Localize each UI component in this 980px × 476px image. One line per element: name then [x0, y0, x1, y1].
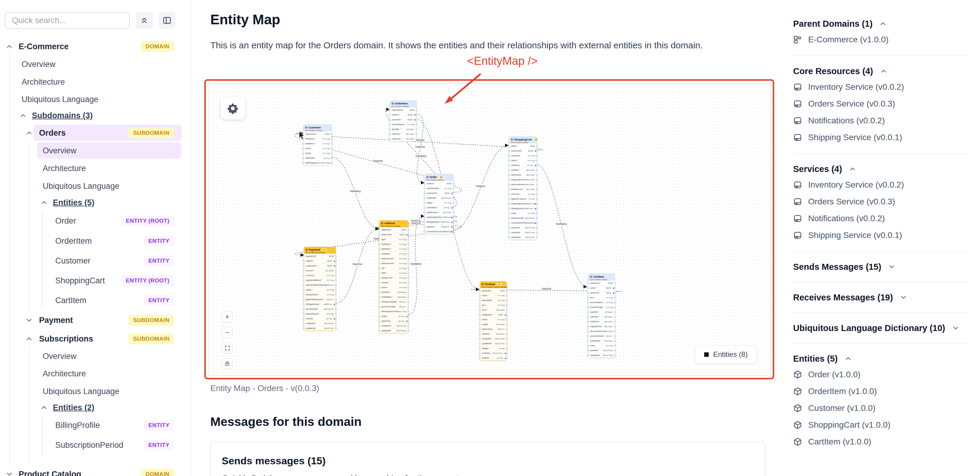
port-icon — [506, 343, 508, 344]
sidebar-item-overview[interactable]: Overview — [0, 57, 191, 71]
cube-icon — [305, 126, 307, 129]
entity-field-lastname: lastName *string — [379, 246, 408, 251]
entity-node-shoppingcart[interactable]: ShoppingCartARfrom Orders domaincartId *… — [509, 136, 537, 240]
lock-button[interactable] — [222, 359, 232, 369]
chevron-down-icon[interactable] — [5, 470, 13, 476]
chevron-up-icon[interactable] — [844, 355, 852, 363]
sidebar-item-shoppingcart[interactable]: ShoppingCartENTITY (ROOT) — [0, 273, 191, 288]
entity-field-customerid: customerIdUUID — [509, 148, 536, 153]
sidebar-item-ubiquitous-language[interactable]: Ubiquitous Language — [0, 179, 191, 193]
foreign-key-icon — [451, 222, 453, 223]
type-badge: ENTITY — [143, 295, 174, 306]
collapse-all-button[interactable] — [136, 12, 153, 29]
section-header-ubiquitous-language-dictionary-10[interactable]: Ubiquitous Language Dictionary (10) — [793, 321, 968, 336]
panel-item-customer-v1-0-0[interactable]: Customer (v1.0.0) — [793, 400, 968, 417]
panel-item-cartitem-v1-0-0[interactable]: CartItem (v1.0.0) — [793, 433, 968, 450]
chevron-down-icon[interactable] — [888, 263, 896, 271]
sidebar-item-subdomains-3[interactable]: Subdomains (3) — [0, 108, 191, 123]
zoom-in-button[interactable]: + — [222, 311, 232, 322]
sidebar-item-entities-2[interactable]: Entities (2) — [0, 400, 191, 415]
page-title: Entity Map — [210, 11, 280, 28]
sidebar-item-overview[interactable]: Overview — [0, 349, 191, 363]
panel-item-orderitem-v1-0-0[interactable]: OrderItem (v1.0.0) — [793, 383, 968, 400]
port-icon — [335, 313, 337, 315]
panel-item-orders-service-v0-0-3[interactable]: Orders Service (v0.0.3) — [793, 193, 968, 210]
entity-node-order[interactable]: OrderARfrom Orders domainorderId *UUIDor… — [425, 174, 453, 234]
sidebar-item-architecture[interactable]: Architecture — [0, 161, 191, 176]
entity-node-payment[interactable]: PaymentARfrom Payment domainpaymentId *U… — [304, 247, 336, 331]
map-settings-button[interactable] — [221, 97, 245, 119]
panel-item-order-v1-0-0[interactable]: Order (v1.0.0) — [793, 366, 968, 383]
entity-node-customer[interactable]: Customerfrom Orders domaincustomerId *UU… — [303, 125, 332, 165]
sidebar-item-subscriptionperiod[interactable]: SubscriptionPeriodENTITY — [0, 438, 191, 452]
section-header-core-resources-4[interactable]: Core Resources (4) — [793, 63, 968, 79]
panel-item-e-commerce-v1-0-0[interactable]: E-Commerce (v1.0.0) — [793, 31, 968, 48]
search-input[interactable] — [5, 12, 130, 29]
panel-item-label: OrderItem (v1.0.0) — [808, 387, 877, 396]
chevron-up-icon[interactable] — [5, 43, 13, 51]
entity-node-product[interactable]: ProductARfrom Product Catalog domainprod… — [480, 281, 507, 360]
section-header-entities-5[interactable]: Entities (5) — [793, 351, 968, 366]
entity-name: CartItem — [593, 275, 604, 278]
chevron-up-icon[interactable] — [879, 20, 887, 28]
panel-item-notifications-v0-0-2[interactable]: Notifications (v0.0.2) — [793, 112, 968, 129]
port-icon — [479, 324, 481, 325]
sidebar-item-overview[interactable]: Overview — [0, 143, 191, 158]
section-title: Sends Messages (15) — [793, 262, 881, 272]
sidebar-toggle-button[interactable] — [159, 12, 175, 29]
chevron-up-icon[interactable] — [25, 129, 33, 137]
sidebar-item-e-commerce[interactable]: E-CommerceDOMAIN — [0, 39, 191, 54]
port-icon — [331, 138, 332, 140]
sidebar-item-subscriptions[interactable]: SubscriptionsSUBDOMAIN — [0, 332, 191, 346]
panel-item-inventory-service-v0-0-2[interactable]: Inventory Service (v0.0.2) — [793, 79, 968, 95]
entity-node-orderitem[interactable]: OrderItemfrom Orders domainorderItemId *… — [390, 100, 417, 141]
chevron-up-icon[interactable] — [40, 404, 48, 411]
panel-item-inventory-service-v0-0-2[interactable]: Inventory Service (v0.0.2) — [793, 176, 968, 193]
sidebar-item-architecture[interactable]: Architecture — [0, 367, 191, 381]
right-panel: Parent Domains (1)E-Commerce (v1.0.0)Cor… — [791, 0, 975, 450]
sidebar-item-label: Order — [55, 216, 76, 226]
sidebar-item-cartitem[interactable]: CartItemENTITY — [0, 293, 191, 308]
panel-item-label: Inventory Service (v0.0.2) — [808, 180, 904, 190]
port-icon — [479, 352, 481, 354]
section-header-services-4[interactable]: Services (4) — [793, 162, 968, 176]
sidebar-item-ubiquitous-language[interactable]: Ubiquitous Language — [0, 92, 191, 106]
sidebar-item-payment[interactable]: PaymentSUBDOMAIN — [0, 313, 191, 327]
sidebar-item-billingprofile[interactable]: BillingProfileENTITY — [0, 418, 191, 433]
section-header-receives-messages-19[interactable]: Receives Messages (19) — [793, 290, 968, 305]
svg-text:hasMany: hasMany — [350, 190, 361, 193]
panel-item-shipping-service-v0-0-1[interactable]: Shipping Service (v0.0.1) — [793, 129, 968, 146]
port-icon — [506, 314, 508, 316]
chevron-up-icon[interactable] — [19, 112, 27, 119]
sidebar-item-orders[interactable]: OrdersSUBDOMAIN — [0, 126, 191, 140]
sidebar-item-orderitem[interactable]: OrderItemENTITY — [0, 234, 191, 248]
fit-view-button[interactable] — [222, 343, 232, 353]
entity-map-canvas[interactable]: hasOnehasOnehasOnehasManyhasOnehasOnehas… — [208, 83, 771, 376]
sidebar-item-architecture[interactable]: Architecture — [0, 75, 191, 89]
chevron-down-icon[interactable] — [25, 316, 33, 324]
chevron-down-icon[interactable] — [952, 324, 959, 332]
entity-node-cartitem[interactable]: CartItemfrom Orders domaincartItemId *UU… — [588, 274, 615, 358]
panel-item-shoppingcart-v1-0-0[interactable]: ShoppingCart (v1.0.0) — [793, 417, 968, 433]
entity-field-taxamount: taxAmountdecimal — [509, 172, 536, 177]
sidebar-item-entities-5[interactable]: Entities (5) — [0, 195, 191, 210]
port-icon — [303, 323, 305, 324]
entity-node-address[interactable]: Addressfrom Payment domainaddressId *UUI… — [379, 220, 408, 333]
chevron-up-icon[interactable] — [25, 335, 33, 343]
panel-item-orders-service-v0-0-3[interactable]: Orders Service (v0.0.3) — [793, 95, 968, 112]
entity-field-customerid: customerIdUUID — [425, 190, 453, 195]
section-header-parent-domains-1[interactable]: Parent Domains (1) — [793, 16, 968, 31]
chevron-up-icon[interactable] — [849, 165, 856, 173]
panel-item-notifications-v0-0-2[interactable]: Notifications (v0.0.2) — [793, 210, 968, 227]
section-header-sends-messages-15[interactable]: Sends Messages (15) — [793, 259, 968, 274]
sidebar-item-customer[interactable]: CustomerENTITY — [0, 254, 191, 268]
sidebar-item-ubiquitous-language[interactable]: Ubiquitous Language — [0, 384, 191, 398]
sidebar-item-product-catalog[interactable]: Product CatalogDOMAIN — [0, 467, 191, 476]
panel-item-shipping-service-v0-0-1[interactable]: Shipping Service (v0.0.1) — [793, 227, 968, 244]
sidebar-item-order[interactable]: OrderENTITY (ROOT) — [0, 214, 191, 228]
zoom-out-button[interactable]: − — [222, 327, 232, 338]
chevron-up-icon[interactable] — [40, 199, 48, 206]
chevron-up-icon[interactable] — [880, 67, 888, 75]
chevron-down-icon[interactable] — [899, 294, 907, 301]
panel-item-label: CartItem (v1.0.0) — [808, 437, 871, 447]
